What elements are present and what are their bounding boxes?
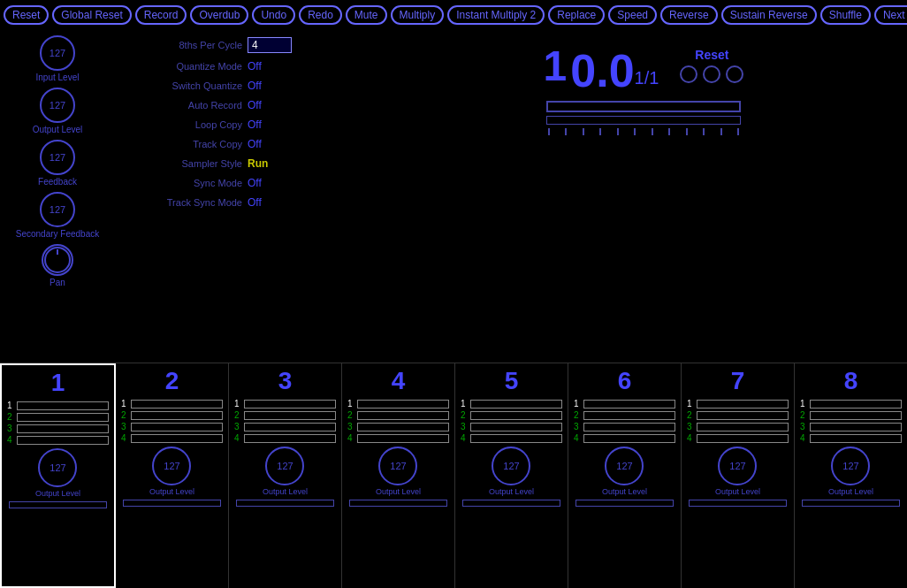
- track-8[interactable]: 81234127Output Level: [795, 363, 907, 588]
- track-row-num: 4: [121, 433, 128, 443]
- track-bottom-bar: [689, 500, 787, 507]
- track-bottom-bar: [123, 500, 221, 507]
- track-row-num: 1: [461, 399, 468, 409]
- track-inputs: 1234: [4, 401, 112, 445]
- track-inputs: 1234: [683, 399, 792, 443]
- track-input-row: 2: [7, 412, 109, 422]
- toolbar-btn-speed[interactable]: Speed: [608, 5, 657, 25]
- setting-value: Off: [248, 138, 262, 150]
- track-number: 6: [618, 367, 632, 395]
- circle-btn-3[interactable]: [726, 65, 743, 83]
- track-output-knob[interactable]: 127: [831, 447, 870, 485]
- track-output-knob[interactable]: 127: [38, 448, 77, 487]
- track-row-num: 1: [347, 399, 354, 409]
- track-row-num: 2: [687, 410, 694, 420]
- setting-label: Loop Copy: [118, 119, 242, 130]
- circle-btn-1[interactable]: [680, 65, 697, 83]
- track-row-num: 4: [687, 433, 694, 443]
- track-7[interactable]: 71234127Output Level: [682, 363, 795, 588]
- setting-row-track-copy: Track CopyOff: [118, 138, 377, 150]
- toolbar-btn-instant-multiply-2[interactable]: Instant Multiply 2: [447, 5, 545, 25]
- track-bar: [357, 400, 449, 409]
- setting-input[interactable]: [248, 37, 292, 53]
- knob-secondary-feedback[interactable]: 127: [40, 192, 75, 227]
- track-row-num: 4: [461, 433, 468, 443]
- setting-row-loop-copy: Loop CopyOff: [118, 118, 377, 131]
- track-knob-label: Output Level: [602, 487, 647, 496]
- track-bottom-bar: [575, 500, 674, 507]
- track-knob-label: Output Level: [489, 487, 534, 496]
- counter-major2: 0: [570, 48, 596, 94]
- track-output-knob[interactable]: 127: [265, 447, 304, 485]
- track-row-num: 2: [121, 410, 128, 420]
- track-number: 1: [51, 369, 65, 397]
- toolbar-btn-overdub[interactable]: Overdub: [190, 5, 248, 25]
- track-1[interactable]: 11234127Output Level: [0, 363, 116, 588]
- track-knob-area: 127Output Level: [35, 448, 80, 498]
- track-knob-label: Output Level: [263, 487, 308, 496]
- track-row-num: 1: [121, 399, 128, 409]
- track-output-knob[interactable]: 127: [492, 447, 530, 485]
- track-output-knob[interactable]: 127: [605, 447, 644, 485]
- toolbar-btn-record[interactable]: Record: [135, 5, 187, 25]
- knob-output-level[interactable]: 127: [40, 88, 75, 123]
- toolbar-btn-multiply[interactable]: Multiply: [391, 5, 445, 25]
- track-3[interactable]: 31234127Output Level: [229, 363, 342, 588]
- reset-label: Reset: [695, 48, 728, 62]
- track-output-knob[interactable]: 127: [718, 447, 757, 485]
- circle-btn-2[interactable]: [703, 65, 720, 83]
- toolbar-btn-undo[interactable]: Undo: [252, 5, 295, 25]
- track-row-num: 3: [461, 422, 468, 431]
- knob-feedback[interactable]: 127: [40, 140, 75, 175]
- track-inputs: 1234: [796, 399, 905, 443]
- setting-value: Off: [248, 60, 262, 73]
- counter-row: 1 0 . 0 1/1 Reset: [544, 39, 744, 94]
- tick-12: [737, 128, 739, 135]
- toolbar-btn-sustain-reverse[interactable]: Sustain Reverse: [721, 5, 817, 25]
- toolbar-btn-next-loop[interactable]: Next Loop: [874, 5, 907, 25]
- setting-value: Off: [248, 177, 262, 189]
- setting-row-auto-record: Auto RecordOff: [118, 99, 377, 111]
- knob-label-output-level: Output Level: [33, 125, 83, 134]
- toolbar-btn-redo[interactable]: Redo: [299, 5, 342, 25]
- track-bar: [17, 424, 109, 433]
- toolbar-btn-global-reset[interactable]: Global Reset: [52, 5, 131, 25]
- track-row-num: 4: [7, 435, 14, 445]
- toolbar-btn-reverse[interactable]: Reverse: [660, 5, 718, 25]
- toolbar-btn-reset[interactable]: Reset: [4, 5, 49, 25]
- knob-label-secondary-feedback: Secondary Feedback: [16, 229, 100, 239]
- knob-input-level[interactable]: 127: [40, 35, 75, 71]
- track-bar: [357, 434, 449, 443]
- track-input-row: 2: [800, 410, 902, 420]
- circles-row: [680, 65, 743, 83]
- toolbar: ResetGlobal ResetRecordOverdubUndoRedoMu…: [0, 0, 907, 30]
- tick-2: [565, 128, 567, 135]
- track-output-knob[interactable]: 127: [152, 447, 191, 485]
- track-bar: [357, 423, 449, 431]
- track-row-num: 1: [7, 401, 14, 410]
- toolbar-btn-shuffle[interactable]: Shuffle: [820, 5, 871, 25]
- track-5[interactable]: 51234127Output Level: [455, 363, 568, 588]
- track-number: 4: [392, 367, 406, 395]
- track-input-row: 1: [687, 399, 789, 409]
- track-row-num: 2: [800, 410, 807, 420]
- display-with-reset: 0 . 0 1/1 Reset: [570, 48, 743, 94]
- track-6[interactable]: 61234127Output Level: [568, 363, 682, 588]
- track-knob-label: Output Level: [715, 487, 760, 496]
- track-bar: [17, 436, 109, 445]
- track-input-row: 4: [461, 433, 562, 443]
- track-row-num: 3: [687, 422, 694, 431]
- track-bar: [810, 411, 902, 420]
- track-inputs: 1234: [570, 399, 679, 443]
- setting-value: Off: [248, 118, 262, 131]
- track-2[interactable]: 21234127Output Level: [116, 363, 229, 588]
- toolbar-btn-replace[interactable]: Replace: [548, 5, 605, 25]
- knob-group-input-level: 127Input Level: [36, 35, 80, 82]
- toolbar-btn-mute[interactable]: Mute: [346, 5, 387, 25]
- track-row-num: 1: [234, 399, 241, 409]
- track-input-row: 1: [574, 399, 675, 409]
- track-4[interactable]: 41234127Output Level: [342, 363, 455, 588]
- knob-pan[interactable]: [42, 244, 73, 276]
- track-output-knob[interactable]: 127: [378, 447, 417, 485]
- track-input-row: 1: [347, 399, 449, 409]
